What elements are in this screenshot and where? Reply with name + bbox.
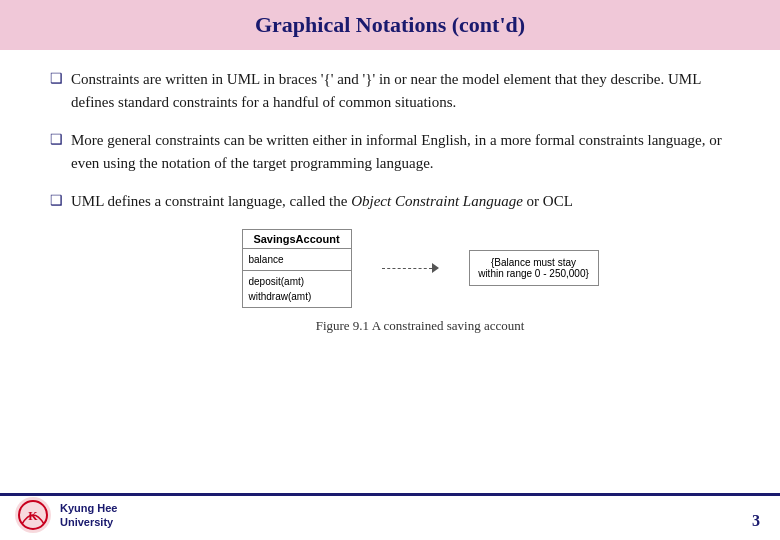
class-header: SavingsAccount	[243, 230, 351, 249]
university-line1: Kyung Hee	[60, 501, 117, 515]
bullet-item-3: ❑ UML defines a constraint language, cal…	[50, 190, 730, 213]
uml-diagram: SavingsAccount balance deposit(amt) with…	[242, 229, 599, 308]
attribute-balance: balance	[249, 252, 345, 267]
footer: K Kyung Hee University	[0, 490, 780, 540]
bullet-text-3: UML defines a constraint language, calle…	[71, 190, 573, 213]
class-methods: deposit(amt) withdraw(amt)	[243, 271, 351, 307]
dashed-line	[382, 268, 432, 269]
bullet-text-2: More general constraints can be written …	[71, 129, 730, 174]
bullet-item-1: ❑ Constraints are written in UML in brac…	[50, 68, 730, 113]
university-logo: K	[14, 496, 52, 534]
method-withdraw: withdraw(amt)	[249, 289, 345, 304]
figure-caption: Figure 9.1 A constrained saving account	[316, 318, 525, 334]
bullet-icon-3: ❑	[50, 192, 63, 209]
bullet-item-2: ❑ More general constraints can be writte…	[50, 129, 730, 174]
bullet-text-1: Constraints are written in UML in braces…	[71, 68, 730, 113]
university-line2: University	[60, 515, 117, 529]
slide: Graphical Notations (cont'd) ❑ Constrain…	[0, 0, 780, 540]
bullet-icon-2: ❑	[50, 131, 63, 148]
bullet-icon-1: ❑	[50, 70, 63, 87]
footer-logo-area: K Kyung Hee University	[14, 496, 117, 534]
dashed-arrow	[382, 263, 439, 273]
slide-title: Graphical Notations (cont'd)	[255, 12, 525, 37]
ocl-italic: Object Constraint Language	[351, 193, 523, 209]
method-deposit: deposit(amt)	[249, 274, 345, 289]
university-name: Kyung Hee University	[60, 501, 117, 530]
constraint-box: {Balance must stay within range 0 - 250,…	[469, 250, 599, 286]
title-bar: Graphical Notations (cont'd)	[0, 0, 780, 50]
class-attributes: balance	[243, 249, 351, 271]
figure-area: SavingsAccount balance deposit(amt) with…	[110, 229, 730, 334]
content-area: ❑ Constraints are written in UML in brac…	[0, 68, 780, 334]
arrow-head	[432, 263, 439, 273]
uml-class-box: SavingsAccount balance deposit(amt) with…	[242, 229, 352, 308]
page-number: 3	[752, 512, 760, 530]
